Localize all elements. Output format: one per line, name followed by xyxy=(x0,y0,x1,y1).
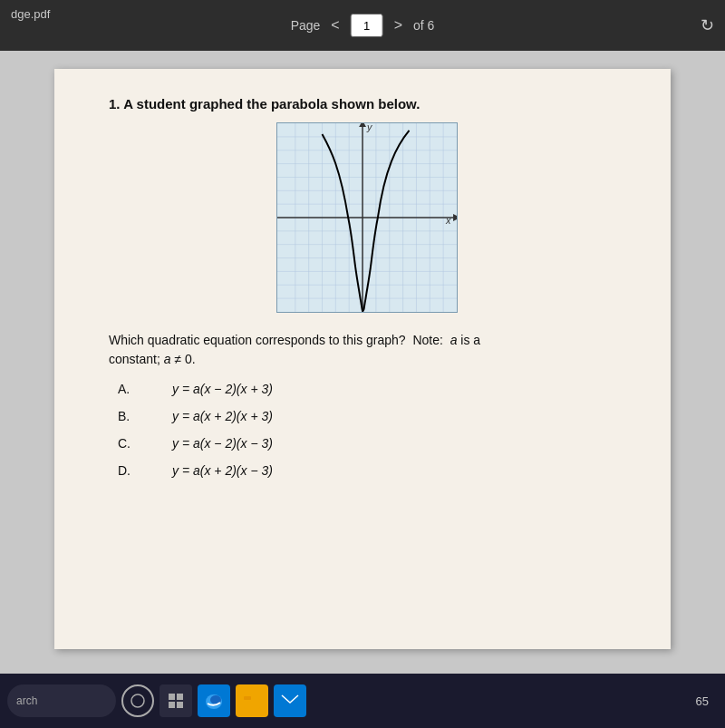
windows-icon xyxy=(130,694,145,708)
svg-rect-35 xyxy=(177,702,183,708)
page-label: Page xyxy=(291,18,321,33)
svg-point-31 xyxy=(131,694,144,707)
svg-rect-33 xyxy=(177,694,183,700)
graph-svg: y x xyxy=(276,122,458,313)
grid-icon-button[interactable] xyxy=(160,684,192,717)
file-title: dge.pdf xyxy=(11,7,50,21)
edge-browser-button[interactable] xyxy=(198,684,230,717)
question-number: 1. A student graphed the parabola shown … xyxy=(109,96,625,112)
choices-section: Which quadratic equation corresponds to … xyxy=(109,331,625,478)
svg-rect-39 xyxy=(244,696,251,700)
edge-icon xyxy=(204,691,224,711)
top-bar: dge.pdf Page < > of 6 ↻ xyxy=(0,0,725,51)
prev-page-button[interactable]: < xyxy=(325,15,344,35)
total-pages-label: of 6 xyxy=(413,18,434,33)
question-1: 1. A student graphed the parabola shown … xyxy=(109,96,625,478)
note-text: Which quadratic equation corresponds to … xyxy=(109,331,625,369)
choice-letter-d: D. xyxy=(118,463,172,478)
choice-formula-c: y = a(x − 2)(x − 3) xyxy=(172,436,625,451)
svg-text:x: x xyxy=(445,215,451,226)
taskbar-search-text: arch xyxy=(16,694,37,707)
next-page-button[interactable]: > xyxy=(389,15,408,35)
taskbar-search[interactable]: arch xyxy=(7,684,116,717)
mail-icon xyxy=(280,691,300,711)
svg-text:y: y xyxy=(366,122,372,132)
svg-marker-28 xyxy=(359,122,366,127)
choice-letter-a: A. xyxy=(118,382,172,396)
mail-button[interactable] xyxy=(274,684,306,717)
taskbar: arch xyxy=(0,674,725,728)
choices-grid: A. y = a(x − 2)(x + 3) B. y = a(x + 2)(x… xyxy=(118,382,625,478)
page-navigation: Page < > of 6 xyxy=(291,14,435,37)
folder-button[interactable] xyxy=(236,684,268,717)
start-button[interactable] xyxy=(121,684,154,717)
svg-marker-26 xyxy=(453,214,458,221)
folder-icon xyxy=(242,691,262,711)
refresh-button[interactable]: ↻ xyxy=(701,15,714,35)
choice-letter-c: C. xyxy=(118,436,172,451)
choice-formula-d: y = a(x + 2)(x − 3) xyxy=(172,463,625,478)
grid-icon xyxy=(167,692,185,710)
choice-letter-b: B. xyxy=(118,409,172,423)
page-number-input[interactable] xyxy=(351,14,383,37)
graph-container: y x xyxy=(109,122,625,313)
pdf-area: 1. A student graphed the parabola shown … xyxy=(0,51,725,674)
choice-formula-b: y = a(x + 2)(x + 3) xyxy=(172,409,625,423)
choice-formula-a: y = a(x − 2)(x + 3) xyxy=(172,382,625,396)
svg-rect-32 xyxy=(169,694,175,700)
pdf-page: 1. A student graphed the parabola shown … xyxy=(54,69,671,649)
svg-rect-34 xyxy=(169,702,175,708)
taskbar-time: 65 xyxy=(696,694,718,708)
